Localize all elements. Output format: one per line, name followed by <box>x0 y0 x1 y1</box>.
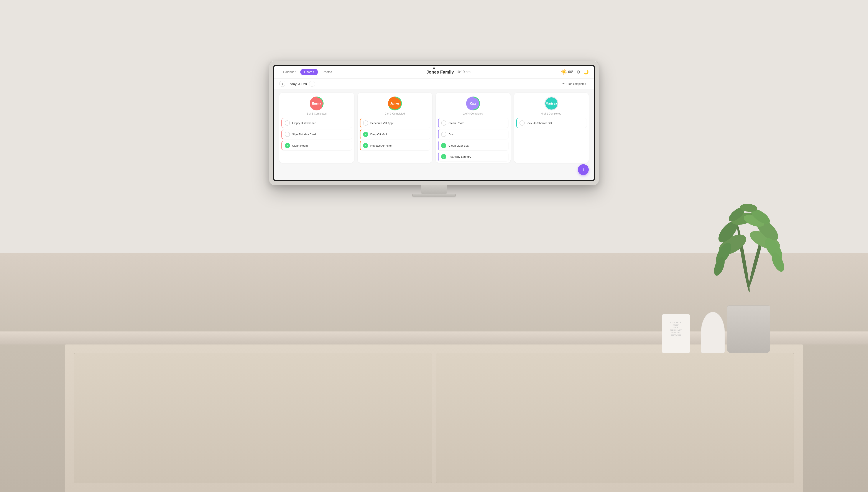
dresser-drawer-left <box>74 353 432 483</box>
chore-item[interactable]: Pick Up Shower Gift <box>516 118 587 128</box>
chore-item[interactable]: Schedule Vet Appt. <box>360 118 430 128</box>
person-header-james: James 2 of 3 Completed <box>358 93 433 118</box>
tab-calendar[interactable]: Calendar <box>279 69 299 75</box>
chore-checkbox[interactable]: ✓ <box>363 143 368 148</box>
app-ui: Calendar Chores Photos Jones Family 10:1… <box>274 66 594 180</box>
chore-checkbox[interactable]: ✓ <box>285 143 290 148</box>
tab-chores[interactable]: Chores <box>300 69 318 75</box>
chore-label: Put Away Laundry <box>449 155 471 158</box>
chore-list-james: Schedule Vet Appt. ✓ Drop Off Mail ✓ <box>358 118 433 150</box>
person-header-emma: Emma 1 of 3 Completed <box>279 93 354 118</box>
dresser <box>65 344 803 492</box>
monitor-stand <box>421 185 447 194</box>
person-column-marissa: Marissa 0 of 1 Completed Pick Up Shower … <box>514 93 589 163</box>
chore-item[interactable]: Empty Dishwasher <box>282 118 352 128</box>
dresser-drawer-right <box>436 353 794 483</box>
next-date-button[interactable]: › <box>309 81 315 87</box>
chore-label: Pick Up Shower Gift <box>527 122 552 125</box>
svg-point-0 <box>736 224 751 293</box>
avatar-emma: Emma <box>311 97 323 109</box>
avatar-ring-kate: Kate <box>466 97 480 110</box>
weather-info: ☀️ 66° <box>561 69 573 75</box>
completed-count-marissa: 0 of 1 Completed <box>541 112 561 115</box>
chore-label: Clean Room <box>449 122 464 125</box>
tab-photos[interactable]: Photos <box>319 69 336 75</box>
chores-grid: Emma 1 of 3 Completed Empty Dishwasher <box>274 89 594 180</box>
date-nav: ‹ Friday, Jul 28 › 👁 Hide completed <box>274 78 594 89</box>
chore-label: Sign Birthday Card <box>292 133 316 136</box>
chore-item[interactable]: ✓ Clean Room <box>282 141 352 150</box>
family-title: Jones Family <box>427 70 454 75</box>
date-nav-left: ‹ Friday, Jul 28 › <box>279 81 315 87</box>
avatar-ring-james: James <box>388 97 402 110</box>
chore-checkbox[interactable]: ✓ <box>441 143 447 148</box>
candle-decoration: JESSI KAYSECedarBIRCHTOBACCO LEAFFIG NEE… <box>662 314 690 353</box>
chore-checkbox[interactable] <box>520 120 525 126</box>
current-date: Friday, Jul 28 <box>288 82 307 86</box>
chore-item[interactable]: ✓ Replace Air Filter <box>360 141 430 150</box>
chore-checkbox[interactable]: ✓ <box>441 154 447 159</box>
eye-slash-icon: 👁 <box>562 82 565 85</box>
avatar-marissa: Marissa <box>545 97 557 109</box>
chore-item[interactable]: Sign Birthday Card <box>282 129 352 139</box>
chore-label: Clean Litter Box <box>449 144 469 147</box>
chore-item[interactable]: ✓ Drop Off Mail <box>360 129 430 139</box>
person-header-marissa: Marissa 0 of 1 Completed <box>514 93 589 118</box>
chore-label: Dust <box>449 133 454 136</box>
night-mode-icon[interactable]: 🌙 <box>583 69 589 75</box>
add-chore-fab[interactable]: + <box>578 164 589 175</box>
prev-date-button[interactable]: ‹ <box>279 81 285 87</box>
header-time: 10:19 am <box>456 70 471 74</box>
hide-completed-label: Hide completed <box>566 82 586 85</box>
chore-item[interactable]: Dust <box>438 129 508 139</box>
chore-label: Schedule Vet Appt. <box>370 122 394 125</box>
chore-checkbox[interactable] <box>363 120 368 126</box>
completed-count-james: 2 of 3 Completed <box>385 112 405 115</box>
temperature: 66° <box>568 70 573 74</box>
person-column-james: James 2 of 3 Completed Schedule Vet Appt… <box>358 93 433 163</box>
vase-decoration <box>701 312 725 353</box>
sun-icon: ☀️ <box>561 69 567 75</box>
avatar-james: James <box>389 97 401 109</box>
avatar-ring-marissa: Marissa <box>545 97 558 110</box>
completed-count-emma: 1 of 3 Completed <box>307 112 327 115</box>
person-header-kate: Kate 2 of 4 Completed <box>436 93 511 118</box>
chore-label: Replace Air Filter <box>370 144 392 147</box>
app-content: Emma 1 of 3 Completed Empty Dishwasher <box>274 89 594 180</box>
chore-checkbox[interactable]: ✓ <box>363 132 368 137</box>
chore-list-marissa: Pick Up Shower Gift <box>514 118 589 128</box>
chore-list-kate: Clean Room Dust ✓ Clean Litter Bo <box>436 118 511 161</box>
app-header: Calendar Chores Photos Jones Family 10:1… <box>274 66 594 78</box>
avatar-kate: Kate <box>467 97 479 109</box>
settings-icon[interactable]: ⚙ <box>576 69 580 75</box>
header-right: ☀️ 66° ⚙ 🌙 <box>561 69 589 75</box>
chore-item[interactable]: Clean Room <box>438 118 508 128</box>
monitor-screen: Calendar Chores Photos Jones Family 10:1… <box>274 66 594 180</box>
completed-count-kate: 2 of 4 Completed <box>463 112 483 115</box>
person-column-kate: Kate 2 of 4 Completed Clean Room <box>436 93 511 163</box>
monitor-stand-base <box>412 194 456 197</box>
chore-label: Drop Off Mail <box>370 133 387 136</box>
avatar-ring-emma: Emma <box>310 97 323 110</box>
hide-completed-button[interactable]: 👁 Hide completed <box>560 81 589 87</box>
monitor: Calendar Chores Photos Jones Family 10:1… <box>269 61 599 197</box>
chore-label: Clean Room <box>292 144 308 147</box>
chore-checkbox[interactable] <box>441 120 447 126</box>
header-center: Jones Family 10:19 am <box>340 70 557 75</box>
nav-tabs: Calendar Chores Photos <box>279 69 336 75</box>
chore-item[interactable]: ✓ Put Away Laundry <box>438 152 508 161</box>
chore-list-emma: Empty Dishwasher Sign Birthday Card ✓ <box>279 118 354 150</box>
chore-checkbox[interactable] <box>285 120 290 126</box>
chore-checkbox[interactable] <box>285 132 290 137</box>
chore-item[interactable]: ✓ Clean Litter Box <box>438 141 508 150</box>
chore-checkbox[interactable] <box>441 132 447 137</box>
chore-label: Empty Dishwasher <box>292 122 315 125</box>
person-column-emma: Emma 1 of 3 Completed Empty Dishwasher <box>279 93 354 163</box>
